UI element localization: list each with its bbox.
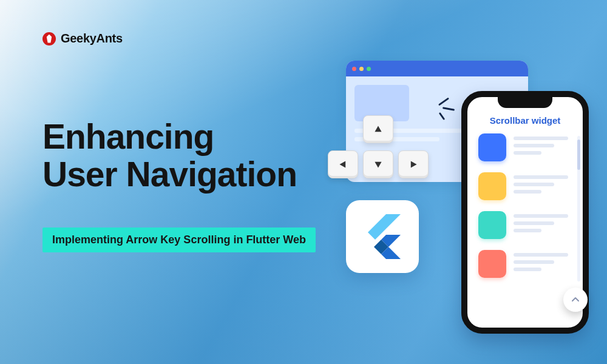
phone-notch: [498, 96, 552, 108]
list-text-placeholder: [514, 136, 572, 158]
phone-list: [478, 133, 572, 317]
arrow-up-key-icon: [363, 115, 393, 143]
subtitle-pill: Implementing Arrow Key Scrolling in Flut…: [42, 228, 316, 252]
scrollbar-track-icon: [577, 136, 580, 281]
list-item: [478, 133, 572, 161]
brand-mark-icon: [42, 32, 56, 46]
list-chip-icon: [478, 250, 506, 278]
list-chip-icon: [478, 211, 506, 239]
svg-marker-3: [411, 161, 417, 167]
list-item: [478, 211, 572, 239]
headline: Enhancing User Navigation: [42, 118, 297, 193]
chevron-up-icon: [571, 295, 580, 305]
arrow-right-key-icon: [398, 150, 429, 178]
list-text-placeholder: [514, 175, 572, 197]
list-text-placeholder: [514, 253, 572, 275]
list-item: [478, 172, 572, 200]
flutter-logo-icon: [364, 214, 401, 259]
arrow-left-key-icon: [328, 150, 358, 178]
scroll-to-top-fab: [563, 288, 588, 312]
browser-title-bar: [346, 61, 528, 76]
headline-line-2: User Navigation: [42, 156, 297, 194]
arrow-down-key-icon: [363, 150, 393, 178]
list-chip-icon: [478, 172, 506, 200]
svg-marker-1: [339, 161, 345, 167]
list-item: [478, 250, 572, 278]
banner-canvas: GeekyAnts Enhancing User Navigation Impl…: [0, 0, 607, 364]
list-text-placeholder: [514, 214, 572, 236]
brand-name: GeekyAnts: [61, 32, 123, 46]
brand-logo: GeekyAnts: [42, 32, 123, 46]
window-minimize-icon: [359, 67, 364, 71]
headline-line-1: Enhancing: [42, 118, 297, 156]
list-chip-icon: [478, 133, 506, 161]
window-close-icon: [352, 67, 356, 71]
phone-screen-title: Scrollbar widget: [467, 115, 583, 126]
svg-marker-2: [375, 162, 381, 168]
window-maximize-icon: [367, 67, 371, 71]
emphasis-ticks-icon: [434, 97, 458, 121]
arrow-keypad-illustration: [328, 115, 431, 188]
phone-mockup: Scrollbar widget: [461, 91, 589, 334]
flutter-logo-card: [346, 200, 419, 273]
illustration-cluster: Scrollbar widget: [328, 42, 589, 340]
svg-marker-0: [375, 126, 381, 132]
